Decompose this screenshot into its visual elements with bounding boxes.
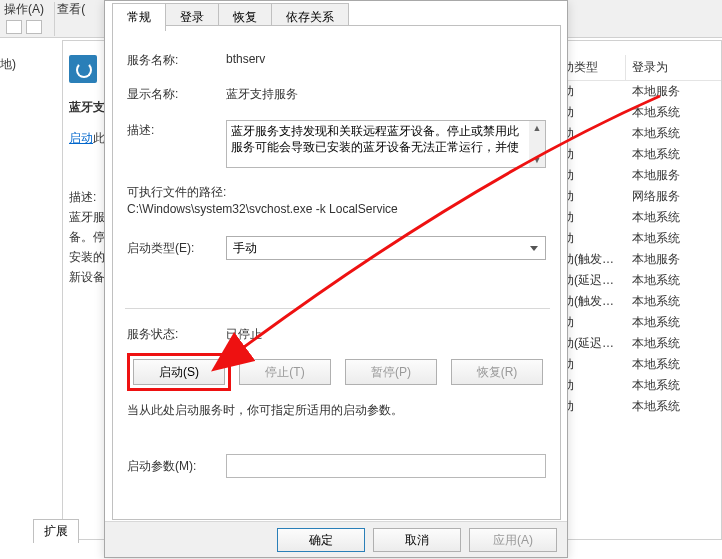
cell-logon-as: 本地系统 — [626, 144, 721, 165]
start-link[interactable]: 启动 — [69, 131, 93, 145]
description-label: 描述: — [127, 122, 154, 139]
resume-button: 恢复(R) — [451, 359, 543, 385]
description-textbox[interactable]: 蓝牙服务支持发现和关联远程蓝牙设备。停止或禁用此服务可能会导致已安装的蓝牙设备无… — [226, 120, 546, 168]
start-button[interactable]: 启动(S) — [133, 359, 225, 385]
display-name-label: 显示名称: — [127, 86, 178, 103]
refresh-icon[interactable] — [69, 55, 97, 83]
service-status-value: 已停止 — [226, 326, 262, 343]
table-row[interactable]: 动(触发…本地系统 — [556, 291, 721, 312]
cell-logon-as: 本地系统 — [626, 312, 721, 333]
bg-desc-line: 描述: — [69, 187, 109, 207]
bg-desc-line: 备。停 — [69, 227, 109, 247]
table-row[interactable]: 动本地服务 — [556, 165, 721, 186]
table-row[interactable]: 动(触发…本地服务 — [556, 249, 721, 270]
start-param-label: 启动参数(M): — [127, 458, 196, 475]
table-row[interactable]: 动本地系统 — [556, 207, 721, 228]
cell-logon-as: 本地系统 — [626, 375, 721, 396]
description-text: 蓝牙服务支持发现和关联远程蓝牙设备。停止或禁用此服务可能会导致已安装的蓝牙设备无… — [231, 124, 519, 154]
table-row[interactable]: 动(延迟…本地系统 — [556, 333, 721, 354]
start-param-input[interactable] — [226, 454, 546, 478]
table-row[interactable]: 动本地系统 — [556, 396, 721, 417]
service-name-value: bthserv — [226, 52, 265, 66]
table-row[interactable]: 动网络服务 — [556, 186, 721, 207]
cell-logon-as: 本地系统 — [626, 333, 721, 354]
startup-type-combo[interactable]: 手动 — [226, 236, 546, 260]
table-row[interactable]: 动本地系统 — [556, 312, 721, 333]
tab-extended[interactable]: 扩展 — [33, 519, 79, 543]
col-logon-as[interactable]: 登录为 — [626, 55, 721, 81]
service-name-label: 服务名称: — [127, 52, 178, 69]
menu-action[interactable]: 操作(A) — [4, 2, 44, 16]
separator-1 — [125, 308, 550, 309]
bg-desc-line: 安装的 — [69, 247, 109, 267]
table-row[interactable]: 动本地系统 — [556, 123, 721, 144]
table-row[interactable]: 动本地系统 — [556, 375, 721, 396]
service-properties-dialog: 常规 登录 恢复 依存关系 服务名称: bthserv 显示名称: 蓝牙支持服务… — [104, 0, 568, 558]
display-name-value: 蓝牙支持服务 — [226, 86, 298, 103]
list-header: 动类型 登录为 — [556, 55, 721, 81]
table-row[interactable]: 动本地系统 — [556, 228, 721, 249]
startup-type-label: 启动类型(E): — [127, 240, 194, 257]
toolbar-icon-1[interactable] — [6, 20, 22, 34]
table-row[interactable]: 动本地服务 — [556, 81, 721, 102]
tab-panel-general: 服务名称: bthserv 显示名称: 蓝牙支持服务 描述: 蓝牙服务支持发现和… — [112, 25, 561, 520]
cell-logon-as: 本地系统 — [626, 102, 721, 123]
service-title: 蓝牙支 — [69, 99, 109, 116]
cell-logon-as: 本地服务 — [626, 249, 721, 270]
stop-button: 停止(T) — [239, 359, 331, 385]
table-row[interactable]: 动本地系统 — [556, 102, 721, 123]
table-row[interactable]: 动本地系统 — [556, 144, 721, 165]
list-rows: 动本地服务动本地系统动本地系统动本地系统动本地服务动网络服务动本地系统动本地系统… — [556, 81, 721, 417]
ok-button[interactable]: 确定 — [277, 528, 365, 552]
tab-general[interactable]: 常规 — [112, 3, 166, 31]
cell-logon-as: 网络服务 — [626, 186, 721, 207]
cell-logon-as: 本地系统 — [626, 354, 721, 375]
cell-logon-as: 本地系统 — [626, 207, 721, 228]
start-hint: 当从此处启动服务时，你可指定所适用的启动参数。 — [127, 402, 547, 419]
scroll-up-icon[interactable]: ▲ — [533, 121, 542, 135]
cell-logon-as: 本地服务 — [626, 165, 721, 186]
cell-logon-as: 本地系统 — [626, 291, 721, 312]
startup-type-value: 手动 — [233, 241, 257, 255]
apply-button: 应用(A) — [469, 528, 557, 552]
left-tree-stub: 地) — [0, 56, 18, 73]
bg-desc-line: 蓝牙服 — [69, 207, 109, 227]
cancel-button[interactable]: 取消 — [373, 528, 461, 552]
cell-logon-as: 本地系统 — [626, 228, 721, 249]
description-scrollbar[interactable]: ▲ ▼ — [529, 121, 545, 167]
exe-path-label: 可执行文件的路径: — [127, 184, 226, 201]
menu-view[interactable]: 查看( — [57, 2, 85, 16]
table-row[interactable]: 动本地系统 — [556, 354, 721, 375]
bg-desc-line: 新设备 — [69, 267, 109, 287]
exe-path-value: C:\Windows\system32\svchost.exe -k Local… — [127, 202, 398, 216]
cell-logon-as: 本地系统 — [626, 396, 721, 417]
service-status-label: 服务状态: — [127, 326, 178, 343]
cell-logon-as: 本地系统 — [626, 270, 721, 291]
toolbar-separator — [54, 2, 55, 36]
dialog-button-bar: 确定 取消 应用(A) — [105, 521, 567, 557]
scroll-down-icon[interactable]: ▼ — [533, 153, 542, 167]
pause-button: 暂停(P) — [345, 359, 437, 385]
table-row[interactable]: 动(延迟…本地系统 — [556, 270, 721, 291]
cell-logon-as: 本地系统 — [626, 123, 721, 144]
cell-logon-as: 本地服务 — [626, 81, 721, 102]
toolbar-icon-2[interactable] — [26, 20, 42, 34]
